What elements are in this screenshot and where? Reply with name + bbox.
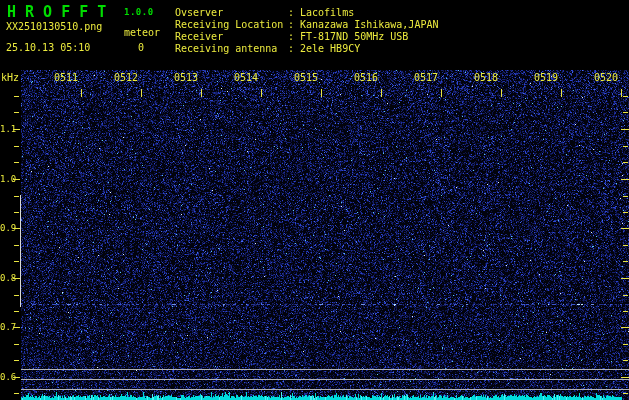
x-axis-time-label: 0516 [354,72,378,83]
spectrogram-canvas [0,0,629,400]
info-value: Kanazawa Ishikawa,JAPAN [300,19,438,30]
x-axis-time-label: 0513 [174,72,198,83]
x-axis-time-label: 0518 [474,72,498,83]
hrofft-output-screen: H R O F F T 1.0.0 XX2510130510.png meteo… [0,0,629,400]
info-colon: : [288,43,294,54]
noise-reference-line [21,379,629,380]
x-axis-time-label: 0512 [114,72,138,83]
info-colon: : [288,31,294,42]
info-label: Ovserver [175,7,223,18]
y-axis-tick-label: 1.1 [0,124,13,134]
x-axis-time-label: 0520 [594,72,618,83]
info-colon: : [288,19,294,30]
x-axis-time-label: 0515 [294,72,318,83]
noise-reference-line [21,389,629,390]
info-colon: : [288,7,294,18]
x-axis-time-label: 0514 [234,72,258,83]
x-axis-time-label: 0517 [414,72,438,83]
info-row: Ovserver : Lacofilms [0,7,629,18]
info-value: FT-817ND 50MHz USB [300,31,408,42]
x-axis-time-label: 0511 [54,72,78,83]
info-label: Receiving Location [175,19,283,30]
info-value: 2ele HB9CY [300,43,360,54]
y-axis-tick-label: 0.8 [0,273,13,283]
y-axis-tick-label: 0.7 [0,322,13,332]
y-axis-tick-label: 0.6 [0,372,13,382]
y-axis-tick-label: 0.9 [0,223,13,233]
info-row: Receiving Location : Kanazawa Ishikawa,J… [0,19,629,30]
info-label: Receiving antenna [175,43,277,54]
noise-reference-line [21,369,629,370]
x-axis-time-label: 0519 [534,72,558,83]
info-value: Lacofilms [300,7,354,18]
info-label: Receiver [175,31,223,42]
info-row: Receiving antenna : 2ele HB9CY [0,43,629,54]
info-row: Receiver : FT-817ND 50MHz USB [0,31,629,42]
y-axis-tick-label: 1.0 [0,174,13,184]
detection-band-marker [20,195,21,307]
y-axis-unit-label: kHz [1,72,19,83]
